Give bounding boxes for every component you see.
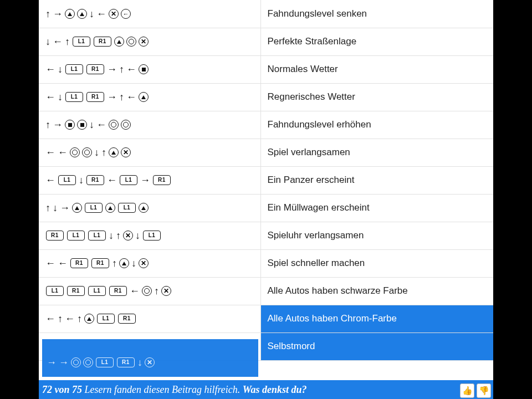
cheat-input-sequence: ←←↓↑ [39,139,260,166]
r1-button-icon: R1 [118,314,136,324]
cross-button-icon [161,286,171,296]
selected-row-overlay: →→L1R1↓ [42,339,258,377]
cheat-label: Ein Panzer erscheint [260,166,493,194]
cheat-label: Spiel schneller machen [260,249,493,277]
cheat-label: Selbstmord [260,332,493,360]
r1-button-icon: R1 [46,231,64,241]
arrow-left-icon: ← [45,92,55,102]
arrow-left-icon: ← [96,9,106,19]
triangle-button-icon [109,147,119,157]
l1-button-icon: L1 [65,64,83,74]
cheat-label: Regnerisches Wetter [260,83,493,111]
vote-controls: 👍 👎 [460,383,491,398]
cheat-label: Perfekte Straßenlage [260,28,493,55]
triangle-button-icon [77,9,87,19]
triangle-button-icon [84,314,94,324]
triangle-button-icon [139,92,149,102]
l1-button-icon: L1 [58,175,76,185]
table-row: ←L1↓R1←L1→R1Ein Panzer erscheint [39,166,493,194]
arrow-left-icon: ← [45,64,55,74]
table-row: ←↑←↑L1R1Alle Autos haben Chrom-Farbe [39,305,493,332]
arrow-down-icon: ↓ [137,357,142,367]
arrow-left-icon: ← [96,120,106,130]
table-row: ←↓L1R1→↑←Regnerisches Wetter [39,83,493,111]
cheat-input-sequence: ←↓L1R1→↑← [39,55,260,83]
l1-button-icon: L1 [97,314,115,324]
arrow-up-icon: ↑ [58,314,63,324]
arrow-up-icon: ↑ [45,120,50,130]
arrow-left-icon: ← [45,314,55,324]
triangle-button-icon [114,37,124,47]
triangle-button-icon [105,203,115,213]
arrow-left-icon: ← [126,92,136,102]
arrow-up-icon: ↑ [116,231,121,241]
arrow-up-icon: ↑ [112,258,117,268]
l1-button-icon: L1 [46,286,64,296]
cheat-input-sequence: ←↓L1R1→↑← [39,83,260,111]
arrow-down-icon: ↓ [58,92,63,102]
thumbs-up-icon: 👍 [462,386,473,396]
cheat-input-sequence: ↑→↓← [39,0,260,28]
arrow-right-icon: → [140,175,150,185]
l1-button-icon: L1 [118,203,136,213]
helpful-text: Lesern fanden diesen Beitrag hilfreich. [85,384,241,396]
circle-button-icon [82,147,92,157]
l1-button-icon: L1 [73,37,90,47]
cheat-label: Spieluhr verlangsamen [260,222,493,249]
arrow-left-icon: ← [53,37,63,47]
arrow-down-icon: ↓ [89,9,94,19]
square-button-icon [77,120,87,130]
circle-button-icon [83,357,93,367]
helpful-count: 72 von 75 [42,384,82,396]
arrow-left-icon: ← [58,147,68,157]
triangle-button-icon [65,9,75,19]
cheat-input-sequence: ←↑←↑L1R1 [39,305,260,332]
r1-button-icon: R1 [70,258,88,268]
arrow-down-icon: ↓ [89,120,94,130]
cheat-input-sequence: ↑→↓← [39,111,260,139]
cheat-label: Fahndungslevel erhöhen [260,111,493,139]
table-row: ←↓L1R1→↑←Normales Wetter [39,55,493,83]
cross-button-icon [109,9,119,19]
table-row: ↓←↑L1R1Perfekte Straßenlage [39,28,493,55]
arrow-left-icon: ← [126,64,136,74]
cheat-label: Alle Autos haben Chrom-Farbe [260,305,493,332]
arrow-right-icon: → [107,64,117,74]
arrow-right-icon: → [60,203,70,213]
circle-button-icon [109,120,119,130]
l1-button-icon: L1 [88,231,106,241]
r1-button-icon: R1 [67,286,85,296]
circle-button-icon [71,357,81,367]
table: ↑→↓←Fahndungslevel senken↓←↑L1R1Perfekte… [39,0,493,361]
cheat-input-sequence: L1R1L1R1←↑ [39,277,260,305]
r1-button-icon: R1 [86,92,104,102]
r1-button-icon: R1 [86,64,104,74]
triangle-button-icon [139,203,149,213]
cheat-input-sequence: R1L1L1↓↑↓L1 [39,222,260,249]
arrow-up-icon: ↑ [45,9,50,19]
cross-button-icon [139,258,149,268]
cheat-label: Spiel verlangsamen [260,139,493,166]
arrow-down-icon: ↓ [135,231,140,241]
triangle-button-icon [72,203,82,213]
thumbs-down-button[interactable]: 👎 [477,383,491,398]
arrow-down-icon: ↓ [109,231,114,241]
arrow-down-icon: ↓ [58,64,63,74]
table-row: ↑→↓←Fahndungslevel erhöhen [39,111,493,139]
arrow-up-icon: ↑ [154,286,159,296]
arrow-right-icon: → [53,9,63,19]
r1-button-icon: R1 [109,286,127,296]
thumbs-up-button[interactable]: 👍 [460,383,474,398]
arrow-right-icon: → [107,92,117,102]
r1-button-icon: R1 [86,175,104,185]
circle-button-icon [70,147,80,157]
cheat-input-sequence: ←←R1R1↑↓ [39,249,260,277]
arrow-up-icon: ↑ [77,314,82,324]
arrow-left-icon: ← [45,147,55,157]
arrow-right-icon: → [53,120,63,130]
square-button-icon [65,120,75,130]
cross-button-icon [139,37,149,47]
table-row: ←←R1R1↑↓Spiel schneller machen [39,249,493,277]
arrow-up-icon: ↑ [101,147,106,157]
cheat-code-table: ↑→↓←Fahndungslevel senken↓←↑L1R1Perfekte… [39,0,493,399]
